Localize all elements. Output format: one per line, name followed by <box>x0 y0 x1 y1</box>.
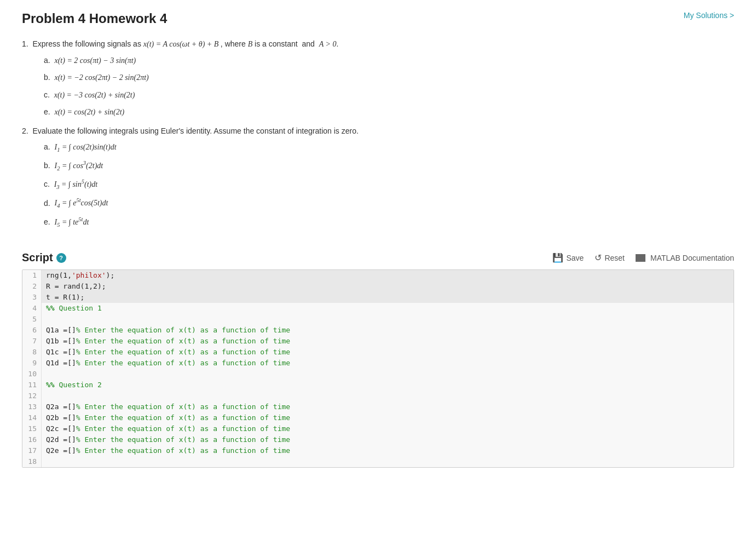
code-line: 17Q2e =[]% Enter the equation of x(t) as… <box>22 445 734 456</box>
code-line: 6Q1a =[]% Enter the equation of x(t) as … <box>22 325 734 336</box>
page-title: Problem 4 Homework 4 <box>22 11 167 26</box>
info-icon[interactable]: ? <box>56 253 66 263</box>
line-content: Q2e =[]% Enter the equation of x(t) as a… <box>42 445 295 456</box>
line-number: 12 <box>22 391 42 401</box>
line-number: 9 <box>22 358 42 369</box>
reset-button[interactable]: ↺ Reset <box>595 252 625 263</box>
problem-2c: c. I3 = ∫ sin5(t)dt <box>44 177 734 192</box>
save-button[interactable]: 💾 Save <box>552 252 584 263</box>
problem-1-subitems: a. x(t) = 2 cos(πt) − 3 sin(πt) b. x(t) … <box>44 54 734 119</box>
line-number: 14 <box>22 412 42 423</box>
line-content: Q2a =[]% Enter the equation of x(t) as a… <box>42 401 295 412</box>
line-content: Q2c =[]% Enter the equation of x(t) as a… <box>42 423 295 434</box>
problem-2-subitems: a. I1 = ∫ cos(2t)sin(t)dt b. I2 = ∫ cos3… <box>44 141 734 230</box>
script-header: Script ? 💾 Save ↺ Reset MATLAB Documenta… <box>22 251 734 264</box>
problem-2b: b. I2 = ∫ cos3(2t)dt <box>44 159 734 173</box>
line-number: 11 <box>22 380 42 391</box>
line-content: rng(1,'philox'); <box>42 270 119 281</box>
problem-2: 2. Evaluate the following integrals usin… <box>22 127 734 230</box>
code-line: 4%% Question 1 <box>22 303 734 314</box>
line-number: 6 <box>22 325 42 336</box>
problem-2a: a. I1 = ∫ cos(2t)sin(t)dt <box>44 141 734 155</box>
code-line: 13Q2a =[]% Enter the equation of x(t) as… <box>22 401 734 412</box>
code-line: 15Q2c =[]% Enter the equation of x(t) as… <box>22 423 734 434</box>
script-title: Script <box>22 251 53 264</box>
reset-label: Reset <box>604 254 625 262</box>
problem-1-number: 1. Express the following signals as x(t)… <box>22 39 734 49</box>
code-line: 7Q1b =[]% Enter the equation of x(t) as … <box>22 336 734 347</box>
script-title-row: Script ? <box>22 251 66 264</box>
line-number: 16 <box>22 434 42 445</box>
line-number: 18 <box>22 456 42 467</box>
problem-1-math: x(t) = A cos(ωt + θ) + B <box>143 40 221 48</box>
code-line: 5 <box>22 314 734 325</box>
code-line: 2R = rand(1,2); <box>22 281 734 292</box>
code-line: 9Q1d =[]% Enter the equation of x(t) as … <box>22 358 734 369</box>
line-content: Q1d =[]% Enter the equation of x(t) as a… <box>42 358 295 369</box>
line-content: R = rand(1,2); <box>42 281 111 292</box>
line-content <box>42 314 55 325</box>
page-header: Problem 4 Homework 4 My Solutions > <box>22 11 734 26</box>
problem-1: 1. Express the following signals as x(t)… <box>22 39 734 119</box>
line-number: 5 <box>22 314 42 325</box>
problem-1c: c. x(t) = −3 cos(2t) + sin(2t) <box>44 89 734 101</box>
line-content: %% Question 1 <box>42 303 106 314</box>
line-content: t = R(1); <box>42 292 89 303</box>
line-number: 2 <box>22 281 42 292</box>
code-line: 8Q1c =[]% Enter the equation of x(t) as … <box>22 347 734 358</box>
problems-section: 1. Express the following signals as x(t)… <box>22 39 734 229</box>
code-line: 3t = R(1); <box>22 292 734 303</box>
problem-2d: d. I4 = ∫ e5tcos(5t)dt <box>44 197 734 211</box>
code-line: 16Q2d =[]% Enter the equation of x(t) as… <box>22 434 734 445</box>
line-number: 3 <box>22 292 42 303</box>
line-number: 17 <box>22 445 42 456</box>
line-number: 7 <box>22 336 42 347</box>
matlab-icon <box>636 254 645 262</box>
problem-2-number: 2. Evaluate the following integrals usin… <box>22 127 734 135</box>
code-line: 11%% Question 2 <box>22 380 734 391</box>
matlab-label: MATLAB Documentation <box>650 254 734 262</box>
script-actions: 💾 Save ↺ Reset MATLAB Documentation <box>552 252 734 263</box>
matlab-docs-button[interactable]: MATLAB Documentation <box>636 254 734 262</box>
line-content: Q1c =[]% Enter the equation of x(t) as a… <box>42 347 295 358</box>
line-content: %% Question 2 <box>42 380 106 391</box>
save-label: Save <box>566 254 584 262</box>
line-content: Q1a =[]% Enter the equation of x(t) as a… <box>42 325 295 336</box>
code-line: 18 <box>22 456 734 467</box>
save-icon: 💾 <box>552 252 563 263</box>
line-number: 4 <box>22 303 42 314</box>
line-content: Q2d =[]% Enter the equation of x(t) as a… <box>42 434 295 445</box>
line-number: 10 <box>22 369 42 380</box>
line-content: Q2b =[]% Enter the equation of x(t) as a… <box>42 412 295 423</box>
line-number: 1 <box>22 270 42 281</box>
line-content <box>42 391 55 401</box>
line-content <box>42 369 55 380</box>
line-content <box>42 456 55 467</box>
line-number: 13 <box>22 401 42 412</box>
script-section: Script ? 💾 Save ↺ Reset MATLAB Documenta… <box>22 251 734 468</box>
reset-icon: ↺ <box>595 252 602 263</box>
code-line: 10 <box>22 369 734 380</box>
code-line: 12 <box>22 391 734 401</box>
line-content: Q1b =[]% Enter the equation of x(t) as a… <box>42 336 295 347</box>
line-number: 15 <box>22 423 42 434</box>
code-line: 14Q2b =[]% Enter the equation of x(t) as… <box>22 412 734 423</box>
problem-1a: a. x(t) = 2 cos(πt) − 3 sin(πt) <box>44 54 734 67</box>
code-line: 1rng(1,'philox'); <box>22 270 734 281</box>
problem-2e: e. I5 = ∫ te5tdt <box>44 215 734 229</box>
my-solutions-link[interactable]: My Solutions > <box>684 11 734 20</box>
problem-1e: e. x(t) = cos(2t) + sin(2t) <box>44 106 734 118</box>
problem-1b: b. x(t) = −2 cos(2πt) − 2 sin(2πt) <box>44 71 734 84</box>
line-number: 8 <box>22 347 42 358</box>
code-editor[interactable]: 1rng(1,'philox');2R = rand(1,2);3t = R(1… <box>22 269 734 468</box>
